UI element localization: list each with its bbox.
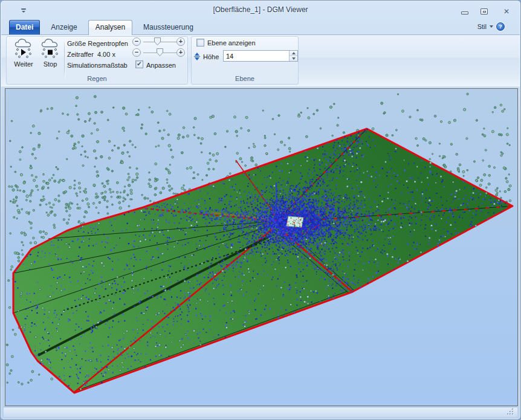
- hoehe-label: Höhe: [203, 53, 219, 60]
- spin-up-button[interactable]: [290, 51, 297, 56]
- raindrop-size-decrease-button[interactable]: −: [132, 37, 141, 46]
- hoehe-input[interactable]: [224, 51, 289, 61]
- ebene-anzeigen-checkbox[interactable]: [196, 39, 204, 47]
- help-button[interactable]: ?: [496, 22, 505, 31]
- stop-label: Stop: [44, 60, 57, 68]
- chevron-down-icon[interactable]: [490, 25, 493, 28]
- ribbon-group-regen: Weiter Stop Größe Regentropfen Zeitraffe…: [6, 36, 188, 85]
- group-separator: [64, 39, 65, 78]
- ribbon: Weiter Stop Größe Regentropfen Zeitraffe…: [1, 34, 520, 86]
- raindrop-size-label: Größe Regentropfen: [67, 40, 128, 47]
- tab-analysen[interactable]: Analysen: [88, 20, 132, 35]
- viewport-frame: [5, 88, 518, 406]
- timelapse-label: Zeitraffer 4.00 x: [67, 51, 115, 58]
- status-bar: [4, 407, 517, 417]
- rain-cloud-play-icon: [13, 38, 34, 60]
- title-bar[interactable]: [Oberfläche_1] - DGM Viewer ✕: [1, 1, 520, 19]
- app-window: [Oberfläche_1] - DGM Viewer ✕ Datei Anze…: [0, 0, 521, 420]
- spin-down-button[interactable]: [290, 56, 297, 61]
- anpassen-checkbox[interactable]: [135, 60, 143, 68]
- simulation-scale-label: Simulationsmaßstab: [67, 62, 128, 69]
- height-icon: [193, 51, 201, 61]
- restore-button[interactable]: [477, 7, 491, 16]
- triangle-up-icon: [292, 52, 296, 54]
- resize-grip[interactable]: [506, 408, 514, 415]
- tab-datei[interactable]: Datei: [9, 20, 40, 34]
- anpassen-label: Anpassen: [146, 62, 176, 69]
- minimize-button[interactable]: [458, 8, 471, 17]
- minimize-icon: [461, 11, 468, 15]
- style-selector: Stil ?: [477, 22, 505, 31]
- style-label[interactable]: Stil: [477, 23, 487, 30]
- window-title: [Oberfläche_1] - DGM Viewer: [1, 5, 520, 14]
- tab-maussteuerung[interactable]: Maussteuerung: [137, 21, 200, 34]
- rain-cloud-stop-icon: [40, 38, 60, 60]
- raindrop-size-slider-thumb[interactable]: [154, 37, 161, 46]
- weiter-label: Weiter: [14, 60, 33, 68]
- group-label-ebene: Ebene: [192, 75, 298, 82]
- group-label-regen: Regen: [7, 75, 187, 82]
- stop-button[interactable]: Stop: [37, 38, 63, 71]
- ribbon-tab-bar: Datei Anzeige Analysen Maussteuerung Sti…: [1, 19, 520, 34]
- tab-anzeige[interactable]: Anzeige: [44, 21, 83, 34]
- timelapse-slider-thumb[interactable]: [156, 48, 164, 57]
- weiter-button[interactable]: Weiter: [10, 38, 37, 71]
- hoehe-spinner: [223, 50, 298, 62]
- timelapse-decrease-button[interactable]: −: [132, 48, 141, 57]
- ebene-anzeigen-label: Ebene anzeigen: [207, 39, 256, 47]
- raindrop-size-increase-button[interactable]: +: [176, 37, 185, 46]
- close-button[interactable]: ✕: [500, 7, 513, 16]
- restore-icon: [481, 8, 488, 15]
- close-icon: ✕: [503, 7, 510, 16]
- 3d-scene-canvas[interactable]: [5, 89, 517, 405]
- ribbon-group-ebene: Ebene anzeigen Höhe Ebene: [191, 36, 299, 85]
- timelapse-increase-button[interactable]: +: [176, 48, 185, 57]
- timelapse-value: 4.00 x: [97, 51, 115, 58]
- triangle-down-icon: [292, 57, 296, 60]
